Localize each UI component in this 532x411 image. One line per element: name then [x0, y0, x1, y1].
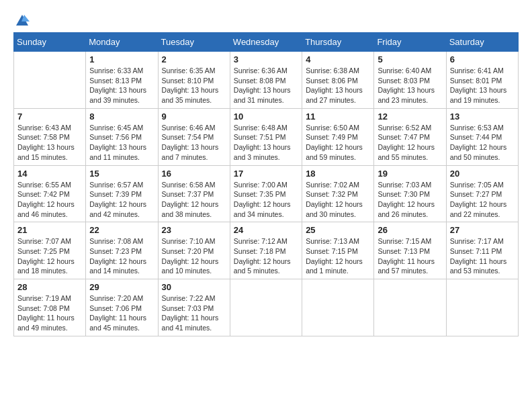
weekday-header-saturday: Saturday — [446, 33, 518, 52]
calendar-cell: 5Sunrise: 6:40 AM Sunset: 8:03 PM Daylig… — [374, 52, 446, 109]
day-number: 27 — [450, 225, 515, 235]
day-info: Sunrise: 7:19 AM Sunset: 7:08 PM Dayligh… — [17, 293, 82, 333]
calendar-cell — [302, 279, 374, 336]
calendar-cell: 4Sunrise: 6:38 AM Sunset: 8:06 PM Daylig… — [302, 52, 374, 109]
calendar-cell: 17Sunrise: 7:00 AM Sunset: 7:35 PM Dayli… — [230, 165, 302, 222]
day-info: Sunrise: 7:05 AM Sunset: 7:27 PM Dayligh… — [450, 180, 515, 220]
weekday-header-sunday: Sunday — [14, 33, 86, 52]
day-info: Sunrise: 7:08 AM Sunset: 7:23 PM Dayligh… — [89, 236, 154, 276]
logo — [13, 13, 30, 26]
day-number: 26 — [378, 225, 442, 235]
day-number: 19 — [378, 169, 442, 179]
calendar-table: SundayMondayTuesdayWednesdayThursdayFrid… — [13, 32, 519, 336]
day-info: Sunrise: 6:52 AM Sunset: 7:47 PM Dayligh… — [378, 123, 442, 163]
day-number: 18 — [306, 169, 370, 179]
day-number: 6 — [450, 54, 515, 64]
day-number: 3 — [234, 54, 298, 64]
day-info: Sunrise: 7:12 AM Sunset: 7:18 PM Dayligh… — [234, 236, 298, 276]
day-info: Sunrise: 6:43 AM Sunset: 7:58 PM Dayligh… — [17, 123, 82, 163]
calendar-cell — [374, 279, 446, 336]
day-info: Sunrise: 7:17 AM Sunset: 7:11 PM Dayligh… — [450, 236, 515, 276]
calendar-cell: 11Sunrise: 6:50 AM Sunset: 7:49 PM Dayli… — [302, 108, 374, 165]
day-number: 12 — [378, 111, 442, 122]
calendar-cell: 8Sunrise: 6:45 AM Sunset: 7:56 PM Daylig… — [86, 108, 158, 165]
calendar-cell — [14, 52, 86, 109]
calendar-cell: 19Sunrise: 7:03 AM Sunset: 7:30 PM Dayli… — [374, 165, 446, 222]
calendar-cell — [230, 279, 302, 336]
calendar-cell — [446, 279, 518, 336]
calendar-cell: 18Sunrise: 7:02 AM Sunset: 7:32 PM Dayli… — [302, 165, 374, 222]
calendar-header-row: SundayMondayTuesdayWednesdayThursdayFrid… — [14, 33, 519, 52]
calendar-cell: 25Sunrise: 7:13 AM Sunset: 7:15 PM Dayli… — [302, 222, 374, 279]
day-number: 29 — [89, 282, 154, 292]
day-info: Sunrise: 7:15 AM Sunset: 7:13 PM Dayligh… — [378, 236, 442, 276]
day-number: 11 — [306, 111, 370, 122]
calendar-cell: 7Sunrise: 6:43 AM Sunset: 7:58 PM Daylig… — [14, 108, 86, 165]
day-info: Sunrise: 6:38 AM Sunset: 8:06 PM Dayligh… — [306, 66, 370, 105]
day-number: 13 — [450, 111, 515, 122]
day-info: Sunrise: 6:50 AM Sunset: 7:49 PM Dayligh… — [306, 123, 370, 163]
calendar-cell: 24Sunrise: 7:12 AM Sunset: 7:18 PM Dayli… — [230, 222, 302, 279]
calendar-cell: 13Sunrise: 6:53 AM Sunset: 7:44 PM Dayli… — [446, 108, 518, 165]
weekday-header-friday: Friday — [374, 33, 446, 52]
calendar-cell: 26Sunrise: 7:15 AM Sunset: 7:13 PM Dayli… — [374, 222, 446, 279]
calendar-cell: 16Sunrise: 6:58 AM Sunset: 7:37 PM Dayli… — [158, 165, 230, 222]
day-number: 24 — [234, 225, 298, 235]
day-number: 1 — [89, 54, 154, 64]
day-number: 21 — [17, 225, 82, 235]
day-number: 5 — [378, 54, 442, 64]
weekday-header-monday: Monday — [86, 33, 158, 52]
calendar-cell: 28Sunrise: 7:19 AM Sunset: 7:08 PM Dayli… — [14, 279, 86, 336]
weekday-header-thursday: Thursday — [302, 33, 374, 52]
calendar-week-row: 21Sunrise: 7:07 AM Sunset: 7:25 PM Dayli… — [14, 222, 519, 279]
day-info: Sunrise: 6:55 AM Sunset: 7:42 PM Dayligh… — [17, 180, 82, 220]
day-number: 9 — [162, 111, 226, 122]
day-info: Sunrise: 7:00 AM Sunset: 7:35 PM Dayligh… — [234, 180, 298, 220]
day-number: 8 — [89, 111, 154, 122]
day-info: Sunrise: 6:33 AM Sunset: 8:13 PM Dayligh… — [89, 66, 154, 105]
day-info: Sunrise: 7:22 AM Sunset: 7:03 PM Dayligh… — [162, 293, 226, 333]
day-number: 4 — [306, 54, 370, 64]
calendar-cell: 9Sunrise: 6:46 AM Sunset: 7:54 PM Daylig… — [158, 108, 230, 165]
calendar-cell: 12Sunrise: 6:52 AM Sunset: 7:47 PM Dayli… — [374, 108, 446, 165]
day-number: 10 — [234, 111, 298, 122]
calendar-cell: 22Sunrise: 7:08 AM Sunset: 7:23 PM Dayli… — [86, 222, 158, 279]
calendar-body: 1Sunrise: 6:33 AM Sunset: 8:13 PM Daylig… — [14, 52, 519, 336]
calendar-cell: 1Sunrise: 6:33 AM Sunset: 8:13 PM Daylig… — [86, 52, 158, 109]
day-number: 25 — [306, 225, 370, 235]
calendar-cell: 15Sunrise: 6:57 AM Sunset: 7:39 PM Dayli… — [86, 165, 158, 222]
calendar-week-row: 7Sunrise: 6:43 AM Sunset: 7:58 PM Daylig… — [14, 108, 519, 165]
day-info: Sunrise: 7:20 AM Sunset: 7:06 PM Dayligh… — [89, 293, 154, 333]
day-info: Sunrise: 7:03 AM Sunset: 7:30 PM Dayligh… — [378, 180, 442, 220]
day-info: Sunrise: 6:35 AM Sunset: 8:10 PM Dayligh… — [162, 66, 226, 105]
calendar-week-row: 14Sunrise: 6:55 AM Sunset: 7:42 PM Dayli… — [14, 165, 519, 222]
day-info: Sunrise: 6:40 AM Sunset: 8:03 PM Dayligh… — [378, 66, 442, 105]
day-info: Sunrise: 6:53 AM Sunset: 7:44 PM Dayligh… — [450, 123, 515, 163]
weekday-header-tuesday: Tuesday — [158, 33, 230, 52]
calendar-cell: 3Sunrise: 6:36 AM Sunset: 8:08 PM Daylig… — [230, 52, 302, 109]
day-number: 30 — [162, 282, 226, 292]
calendar-cell: 20Sunrise: 7:05 AM Sunset: 7:27 PM Dayli… — [446, 165, 518, 222]
calendar-cell: 6Sunrise: 6:41 AM Sunset: 8:01 PM Daylig… — [446, 52, 518, 109]
day-number: 14 — [17, 169, 82, 179]
day-number: 7 — [17, 111, 82, 122]
calendar-cell: 30Sunrise: 7:22 AM Sunset: 7:03 PM Dayli… — [158, 279, 230, 336]
calendar-cell: 21Sunrise: 7:07 AM Sunset: 7:25 PM Dayli… — [14, 222, 86, 279]
day-number: 16 — [162, 169, 226, 179]
day-info: Sunrise: 6:45 AM Sunset: 7:56 PM Dayligh… — [89, 123, 154, 163]
calendar-cell: 10Sunrise: 6:48 AM Sunset: 7:51 PM Dayli… — [230, 108, 302, 165]
day-number: 28 — [17, 282, 82, 292]
logo-icon — [15, 13, 30, 28]
day-number: 22 — [89, 225, 154, 235]
day-number: 2 — [162, 54, 226, 64]
day-info: Sunrise: 6:48 AM Sunset: 7:51 PM Dayligh… — [234, 123, 298, 163]
calendar-cell: 29Sunrise: 7:20 AM Sunset: 7:06 PM Dayli… — [86, 279, 158, 336]
calendar-week-row: 28Sunrise: 7:19 AM Sunset: 7:08 PM Dayli… — [14, 279, 519, 336]
day-info: Sunrise: 6:58 AM Sunset: 7:37 PM Dayligh… — [162, 180, 226, 220]
day-info: Sunrise: 6:46 AM Sunset: 7:54 PM Dayligh… — [162, 123, 226, 163]
weekday-header-wednesday: Wednesday — [230, 33, 302, 52]
page-header — [13, 13, 519, 26]
day-number: 23 — [162, 225, 226, 235]
calendar-cell: 27Sunrise: 7:17 AM Sunset: 7:11 PM Dayli… — [446, 222, 518, 279]
day-info: Sunrise: 7:02 AM Sunset: 7:32 PM Dayligh… — [306, 180, 370, 220]
